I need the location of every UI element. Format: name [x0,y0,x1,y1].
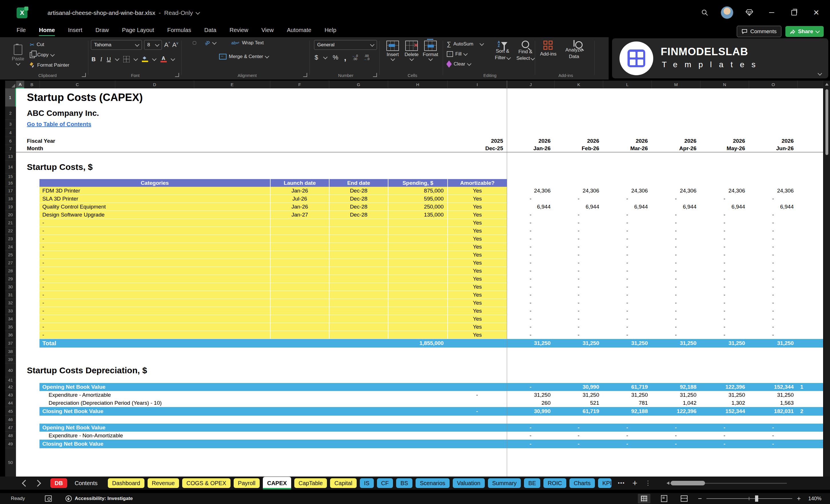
font-dialog-launcher[interactable] [175,73,179,77]
cell-B7[interactable]: Month [24,145,270,152]
row-header-40[interactable]: 40 [5,364,16,377]
row-header-32[interactable]: 32 [5,299,16,307]
cell-M31[interactable]: - [651,291,700,299]
row-header-41[interactable]: 41 [5,377,16,383]
orientation-chevron[interactable] [212,40,217,44]
cell-M34[interactable]: - [651,315,700,323]
cell-K23[interactable]: - [554,235,603,243]
cell-C37[interactable]: Total [39,339,388,348]
cell-M19[interactable]: 6,944 [651,203,700,211]
row-header-16[interactable]: 16 [5,179,16,187]
percent-format-button[interactable]: % [332,54,338,61]
cell-C33[interactable]: - [39,307,270,315]
cell-K21[interactable]: - [554,219,603,227]
sheet-prev-button[interactable] [22,480,29,486]
cell-F28[interactable] [270,267,329,275]
cell-I35[interactable]: Yes [447,323,507,331]
cell-J19[interactable]: 6,944 [507,203,554,211]
sort-filter-button[interactable]: AZ Sort & Filter [493,41,512,61]
zoom-slider[interactable] [706,496,792,502]
increase-indent-button[interactable] [210,55,213,58]
insert-cells-button[interactable]: Insert [383,41,402,60]
cell-J32[interactable]: - [507,299,554,307]
borders-button[interactable] [123,56,130,62]
cell-K18[interactable]: - [554,195,603,203]
cell-M24[interactable]: - [651,243,700,251]
cell-F34[interactable] [270,315,329,323]
cell-N30[interactable]: - [700,283,749,291]
cell-G34[interactable] [329,315,388,323]
cell-K37[interactable]: 31,250 [554,339,603,348]
cell-M43[interactable]: 31,250 [651,391,700,399]
cell-J34[interactable]: - [507,315,554,323]
row-header-6[interactable]: 6 [5,137,16,145]
column-header-E[interactable]: E [194,81,270,88]
row-header-27[interactable]: 27 [5,259,16,267]
cell-M48[interactable]: - [651,432,700,440]
cell-L22[interactable]: - [603,227,651,235]
cell-K29[interactable]: - [554,275,603,283]
cell-I21[interactable]: Yes [447,219,507,227]
row-header-1[interactable]: 1 [5,88,16,107]
cell-J24[interactable]: - [507,243,554,251]
underline-button[interactable]: U [107,56,111,63]
cell-H36[interactable] [388,331,447,339]
cell-J30[interactable]: - [507,283,554,291]
sheet-tab-db[interactable]: DB [50,478,67,488]
cell-H23[interactable] [388,235,447,243]
cell-I18[interactable]: Yes [447,195,507,203]
cell-C30[interactable]: - [39,283,270,291]
cell-I6[interactable]: 2025 [447,137,507,145]
cell-C17[interactable]: FDM 3D Printer [39,187,270,195]
cell-N27[interactable]: - [700,259,749,267]
row-header-20[interactable]: 20 [5,211,16,219]
delete-cells-button[interactable]: × Delete [402,41,421,60]
cell-N21[interactable]: - [700,219,749,227]
cell-O27[interactable]: - [749,259,797,267]
row-header-25[interactable]: 25 [5,251,16,259]
cell-O37[interactable]: 31,250 [749,339,797,348]
italic-button[interactable]: I [100,56,102,63]
shrink-font-button[interactable]: Av [172,41,178,49]
cell-J20[interactable]: - [507,211,554,219]
cell-B6[interactable]: Fiscal Year [24,137,270,145]
sheet-tab-dashboard[interactable]: Dashboard [108,478,145,488]
cell-J48[interactable]: - [507,432,554,440]
cell-I30[interactable]: Yes [447,283,507,291]
cell-M20[interactable]: - [651,211,700,219]
cell-N45[interactable]: 152,344 [700,407,749,416]
cell-I28[interactable]: Yes [447,267,507,275]
align-left-button[interactable] [187,55,190,58]
row-header-33[interactable]: 33 [5,307,16,315]
cell-G32[interactable] [329,299,388,307]
cell-H19[interactable]: 250,000 [388,203,447,211]
cut-button[interactable]: ✂Cut [30,41,69,49]
cell-O36[interactable]: - [749,331,797,339]
vertical-scrollbar[interactable] [824,81,830,476]
cell-K32[interactable]: - [554,299,603,307]
cell-H18[interactable]: 595,000 [388,195,447,203]
premium-gem-button[interactable] [743,6,756,19]
cell-L34[interactable]: - [603,315,651,323]
cell-L49[interactable]: - [603,440,651,448]
cell-F20[interactable]: Jan-27 [270,211,329,219]
cell-I37[interactable] [447,339,507,348]
cell-M45[interactable]: 122,396 [651,407,700,416]
cell-J28[interactable]: - [507,267,554,275]
cell-L45[interactable]: 92,188 [603,407,651,416]
cell-O18[interactable]: - [749,195,797,203]
format-cells-button[interactable]: Format [421,41,440,60]
cell-N44[interactable]: 1,302 [700,399,749,407]
cell-J31[interactable]: - [507,291,554,299]
cell-C43[interactable]: Expenditure - Amortizable [39,391,329,399]
cell-O28[interactable]: - [749,267,797,275]
cell-H33[interactable] [388,307,447,315]
column-header-F[interactable]: F [270,81,329,88]
sheet-menu-button[interactable]: ⋮ [645,479,651,487]
currency-format-button[interactable]: $ [315,54,318,61]
horizontal-scroll-thumb[interactable] [671,481,705,485]
align-right-button[interactable] [198,55,201,58]
column-header-H[interactable]: H [388,81,448,88]
cell-C27[interactable]: - [39,259,270,267]
cell-M6[interactable]: 2026 [651,137,700,145]
